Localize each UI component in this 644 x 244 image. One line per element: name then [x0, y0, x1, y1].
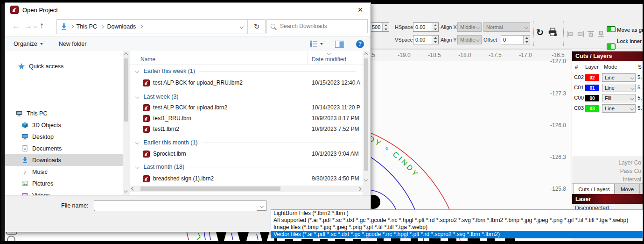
layer-mode-select[interactable]: Line — [602, 104, 636, 113]
organize-button[interactable]: Organize — [14, 41, 37, 47]
layer-color-chip[interactable]: 03 — [585, 105, 599, 112]
breadcrumb-this-pc[interactable]: This PC — [77, 23, 97, 30]
tab-cuts-layers[interactable]: Cuts / Layers — [574, 184, 615, 194]
collapse-group-icon[interactable] — [135, 69, 139, 73]
history-dropdown-icon[interactable] — [34, 24, 37, 28]
file-row[interactable]: breadshed sign (1).lbrn2 9/30/2023 4:50 … — [130, 173, 363, 184]
sidebar-item-quick-access[interactable]: Quick access — [5, 60, 123, 72]
count-spinner[interactable]: 500 — [370, 22, 389, 32]
align-top-icon[interactable] — [587, 30, 595, 38]
close-icon[interactable]: × — [353, 4, 368, 15]
offset-input[interactable]: 0 — [501, 35, 530, 44]
refresh-button[interactable]: ↻ — [248, 19, 266, 34]
dialog-titlebar[interactable]: Open Project × — [5, 3, 371, 17]
scrollbar-thumb[interactable] — [140, 187, 280, 191]
layer-id: C03 — [574, 105, 584, 111]
layer-color-chip[interactable]: 01 — [585, 85, 599, 91]
file-name-input[interactable] — [95, 201, 257, 211]
layer-row[interactable]: C01 01 Line 5. — [572, 83, 643, 93]
up-button[interactable]: ↑ — [40, 21, 44, 29]
scrollbar-thumb[interactable] — [124, 58, 128, 122]
layer-row[interactable]: C00 00 Fill 5. — [572, 93, 643, 103]
lock-inner-toggle[interactable] — [607, 43, 616, 50]
list-vertical-scrollbar[interactable] — [363, 51, 370, 195]
scroll-up-icon[interactable] — [124, 53, 128, 57]
layer-color-chip[interactable]: 02 — [585, 74, 599, 81]
dropdown-option-image-files[interactable]: Image files (*.bmp *.jpg *.jpeg *.png *.… — [271, 224, 643, 231]
layer-mode-select[interactable]: Fill — [602, 94, 636, 102]
sidebar-item-this-pc[interactable]: This PC — [5, 108, 123, 119]
views-dropdown-icon[interactable] — [320, 43, 323, 45]
tab-move[interactable]: Move — [615, 184, 640, 194]
layer-row[interactable]: C02 02 Line 5. — [572, 72, 643, 83]
sidebar-item-music[interactable]: ♪ Music — [5, 166, 123, 178]
address-dropdown-icon[interactable] — [239, 25, 243, 29]
align-bottom-icon[interactable] — [597, 30, 605, 38]
file-row[interactable]: test ALP BCK for upload_RRU.lbrn2 10/15/… — [130, 78, 363, 88]
interval-label: Interval — [623, 176, 641, 183]
dropdown-option-lightburn[interactable]: LightBurn Files (*.lbrn2 *.lbrn ) — [271, 210, 643, 217]
layer-row[interactable]: C03 03 Line 5. — [572, 103, 643, 114]
collapse-group-icon[interactable] — [135, 141, 139, 144]
move-as-group-toggle[interactable] — [607, 26, 616, 32]
list-horizontal-scrollbar[interactable] — [130, 186, 363, 192]
align-x-select[interactable]: Middle — [457, 22, 482, 32]
sidebar-item-pictures[interactable]: Pictures — [5, 178, 123, 189]
search-box[interactable] — [266, 19, 368, 33]
group-header[interactable]: Last month (18) — [130, 161, 360, 172]
align-y-select[interactable]: Middle — [457, 35, 482, 44]
forward-button[interactable]: → — [24, 22, 32, 30]
dropdown-option-vector-files[interactable]: Vector files (*.ai *.pdf *.sc *.dxf *.gc… — [271, 231, 643, 238]
count-spin-buttons[interactable] — [382, 23, 389, 31]
collapse-group-icon[interactable] — [135, 95, 139, 99]
new-folder-button[interactable]: New folder — [59, 41, 87, 47]
file-name-combo[interactable] — [94, 201, 266, 211]
back-button[interactable]: ← — [12, 22, 20, 30]
align-left-icon[interactable] — [566, 30, 574, 38]
scroll-down-icon[interactable] — [364, 178, 368, 181]
scroll-left-icon[interactable] — [132, 187, 135, 191]
group-header[interactable]: Last week (3) — [130, 91, 360, 102]
align-right-icon[interactable] — [576, 30, 585, 38]
breadcrumb-downloads[interactable]: Downloads — [107, 23, 136, 30]
group-header[interactable]: Earlier this month (1) — [130, 137, 360, 148]
ellipse-tool-icon[interactable] — [7, 236, 15, 241]
scroll-right-icon[interactable] — [357, 187, 361, 191]
column-divider[interactable] — [307, 52, 308, 64]
hspace-input[interactable]: 0.00 — [413, 22, 439, 32]
column-header-date[interactable]: Date modified — [312, 56, 346, 63]
sidebar-item-3d-objects[interactable]: 3D Objects — [5, 119, 123, 131]
views-icon[interactable] — [310, 40, 318, 48]
group-header[interactable]: Earlier this week (1) — [130, 65, 360, 77]
sidebar-item-videos[interactable]: Videos — [5, 189, 123, 195]
vspace-spin-buttons[interactable] — [432, 36, 438, 44]
sidebar-item-downloads[interactable]: Downloads — [5, 154, 123, 166]
scroll-up-icon[interactable] — [364, 53, 368, 57]
cuts-layers-header: Cuts / Layers — [572, 51, 643, 61]
sidebar-scrollbar[interactable] — [123, 51, 130, 195]
vspace-input[interactable]: 0.00 — [413, 35, 439, 44]
help-icon[interactable]: ? — [356, 40, 364, 48]
offset-spin-buttons[interactable] — [523, 36, 530, 44]
sidebar-item-desktop[interactable]: Desktop — [5, 131, 123, 143]
tab-console[interactable]: C — [640, 184, 643, 194]
file-row[interactable]: test1_RRU.lbrn 10/9/2023 8:17 PM — [130, 113, 363, 124]
hspace-spin-buttons[interactable] — [432, 23, 438, 31]
collapse-group-icon[interactable] — [135, 165, 139, 169]
preview-pane-icon[interactable] — [335, 41, 344, 48]
search-input[interactable] — [279, 22, 356, 30]
address-bar[interactable]: This PC Downloads — [56, 19, 248, 34]
layer-mode-select[interactable]: Line — [602, 73, 636, 82]
file-row[interactable]: test ALP BCK for upload.lbrn2 10/14/2023… — [130, 102, 363, 113]
chevron-down-icon[interactable] — [259, 204, 263, 208]
scrollbar-thumb[interactable] — [364, 58, 368, 171]
layer-color-chip[interactable]: 00 — [585, 95, 599, 101]
file-row[interactable]: Sprocket.lbrn 10/1/2023 9:04 AM — [130, 149, 363, 159]
mode-select[interactable]: Normal — [483, 22, 530, 32]
sidebar-item-documents[interactable]: Documents — [5, 143, 123, 154]
dropdown-option-all-supported[interactable]: All supported (*.ai *.pdf *.sc *.dxf *.g… — [271, 217, 643, 224]
file-row[interactable]: test1.lbrn2 10/9/2023 7:52 PM — [130, 124, 363, 135]
scroll-down-icon[interactable] — [124, 189, 128, 193]
layer-mode-select[interactable]: Line — [602, 84, 636, 92]
column-header-name[interactable]: Name — [140, 56, 155, 63]
